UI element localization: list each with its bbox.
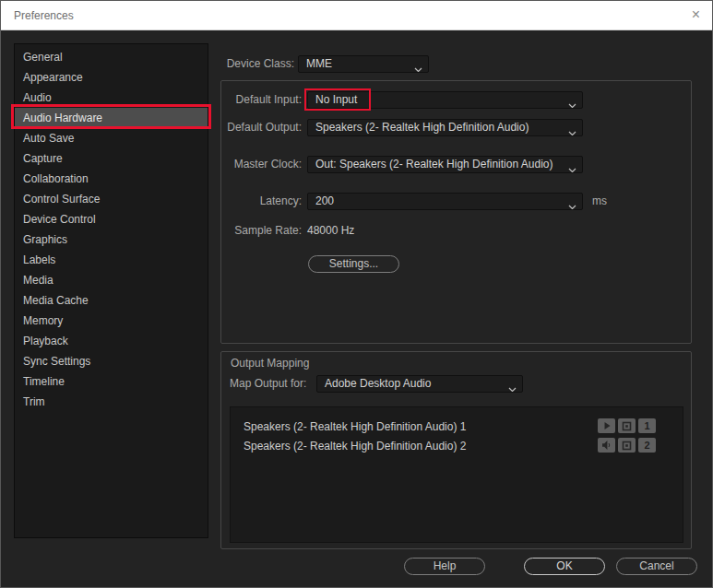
chevron-down-icon — [508, 382, 517, 387]
output-mapping-row: Speakers (2- Realtek High Definition Aud… — [231, 437, 683, 455]
play-icon — [602, 421, 612, 430]
device-class-value: MME — [306, 57, 332, 70]
latency-label: Latency: — [163, 193, 302, 210]
sidebar-item-media-cache[interactable]: Media Cache — [15, 290, 208, 311]
chevron-down-icon — [568, 162, 576, 168]
speaker-icon — [601, 441, 612, 450]
chevron-down-icon — [568, 199, 576, 205]
device-class-label: Device Class: — [156, 55, 294, 73]
sidebar-item-labels[interactable]: Labels — [15, 250, 208, 270]
device-class-select[interactable]: MME — [298, 55, 429, 73]
sidebar-item-timeline[interactable]: Timeline — [15, 371, 208, 392]
chevron-down-icon — [568, 98, 576, 103]
sidebar-item-media[interactable]: Media — [15, 270, 208, 290]
default-input-label: Default Input: — [163, 91, 302, 109]
default-output-select[interactable]: Speakers (2- Realtek High Definition Aud… — [307, 119, 583, 136]
monitor-play-button[interactable] — [598, 418, 615, 433]
window-title: Preferences — [14, 9, 74, 22]
sample-rate-value: 48000 Hz — [307, 222, 354, 240]
sidebar-item-playback[interactable]: Playback — [15, 331, 208, 351]
sidebar-item-trim[interactable]: Trim — [15, 392, 208, 412]
map-output-for-select[interactable]: Adobe Desktop Audio — [316, 375, 523, 393]
map-output-for-value: Adobe Desktop Audio — [325, 377, 431, 390]
default-input-select[interactable]: No Input — [307, 91, 583, 109]
close-icon[interactable]: × — [692, 6, 700, 23]
chevron-down-icon — [414, 62, 422, 67]
sample-rate-label: Sample Rate: — [163, 222, 302, 240]
channel-mapping-button[interactable] — [618, 418, 636, 433]
mapping-grid-icon — [622, 421, 632, 431]
sidebar-item-memory[interactable]: Memory — [15, 311, 208, 331]
output-mapping-title: Output Mapping — [231, 357, 309, 370]
sidebar-item-sync-settings[interactable]: Sync Settings — [15, 351, 208, 371]
map-output-for-label: Map Output for: — [230, 375, 306, 393]
preferences-window: Preferences × General Appearance Audio A… — [0, 0, 713, 588]
channel-number-badge[interactable]: 1 — [638, 418, 656, 433]
output-mapping-row: Speakers (2- Realtek High Definition Aud… — [231, 417, 683, 436]
settings-button[interactable]: Settings... — [308, 255, 399, 273]
titlebar: Preferences × — [1, 1, 712, 30]
channel-number-badge[interactable]: 2 — [638, 438, 656, 453]
output-mapping-list: Speakers (2- Realtek High Definition Aud… — [230, 406, 683, 543]
latency-unit: ms — [592, 193, 607, 210]
output-channel-label: Speakers (2- Realtek High Definition Aud… — [244, 440, 466, 453]
master-clock-value: Out: Speakers (2- Realtek High Definitio… — [315, 158, 553, 171]
monitor-speaker-button[interactable] — [598, 438, 615, 453]
sidebar: General Appearance Audio Audio Hardware … — [14, 43, 208, 538]
mapping-grid-icon — [622, 441, 632, 451]
master-clock-label: Master Clock: — [163, 156, 302, 173]
channel-mapping-button[interactable] — [618, 438, 636, 453]
ok-button[interactable]: OK — [524, 558, 605, 575]
default-output-value: Speakers (2- Realtek High Definition Aud… — [315, 121, 529, 134]
default-output-label: Default Output: — [163, 119, 302, 136]
latency-value: 200 — [315, 194, 334, 207]
latency-select[interactable]: 200 — [307, 193, 583, 210]
output-channel-label: Speakers (2- Realtek High Definition Aud… — [244, 420, 466, 433]
default-input-value: No Input — [315, 93, 357, 106]
master-clock-select[interactable]: Out: Speakers (2- Realtek High Definitio… — [307, 156, 583, 173]
help-button[interactable]: Help — [404, 558, 485, 575]
chevron-down-icon — [568, 125, 576, 131]
cancel-button[interactable]: Cancel — [616, 558, 697, 575]
